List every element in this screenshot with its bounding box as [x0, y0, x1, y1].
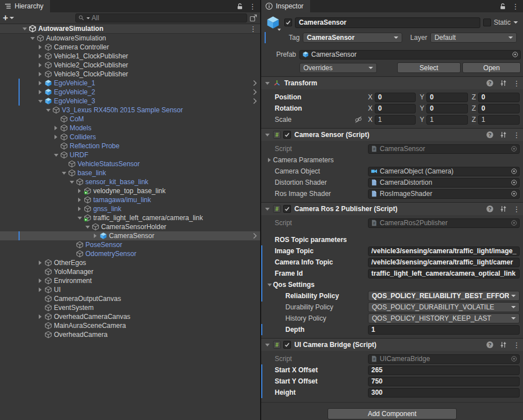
- prefab-open-chevron-icon[interactable]: [253, 232, 257, 239]
- hierarchy-item-colliders[interactable]: Colliders: [0, 133, 260, 141]
- kebab-menu-icon[interactable]: ⋮: [249, 25, 257, 33]
- script-object-field[interactable]: CameraSensor: [368, 144, 520, 154]
- lock-icon[interactable]: [499, 2, 507, 10]
- foldout-arrow[interactable]: [76, 207, 83, 211]
- camera-info-topic-field[interactable]: /vehicle3/sensing/camera/traffic_light/c…: [368, 258, 520, 267]
- hierarchy-item-velodyne-top-base-link[interactable]: velodyne_top_base_link: [0, 186, 260, 195]
- prefab-open-chevron-icon[interactable]: [253, 89, 257, 95]
- hierarchy-item-base-link[interactable]: base_link: [0, 168, 260, 177]
- foldout-arrow[interactable]: [44, 109, 52, 112]
- object-picker-icon[interactable]: [511, 220, 517, 226]
- object-picker-icon[interactable]: [511, 355, 517, 362]
- hierarchy-item-mainaurascenecamera[interactable]: MainAuraSceneCamera: [0, 321, 260, 330]
- hierarchy-item-camerasensorholder[interactable]: CameraSensorHolder: [0, 222, 260, 231]
- hierarchy-item-otheregos[interactable]: OtherEgos: [0, 258, 260, 267]
- select-button[interactable]: Select: [397, 62, 461, 73]
- component-enabled-checkbox[interactable]: [283, 131, 291, 139]
- foldout-arrow[interactable]: [264, 82, 271, 85]
- script-object-field[interactable]: UICameraBridge: [368, 354, 520, 364]
- hierarchy-item-camera-controller[interactable]: Camera Controller: [0, 43, 260, 52]
- presets-icon[interactable]: [499, 131, 507, 139]
- foldout-arrow[interactable]: [84, 226, 91, 229]
- kebab-menu-icon[interactable]: ⋮: [513, 131, 520, 139]
- foldout-arrow[interactable]: [37, 54, 44, 58]
- foldout-arrow[interactable]: [76, 189, 83, 193]
- foldout-arrow[interactable]: [76, 198, 83, 202]
- foldout-arrow[interactable]: [37, 63, 44, 67]
- position-x-field[interactable]: 0: [375, 93, 416, 102]
- foldout-arrow[interactable]: [264, 208, 271, 211]
- distortion-shader-field[interactable]: CameraDistortion: [368, 178, 520, 188]
- component-enabled-checkbox[interactable]: [283, 205, 291, 213]
- depth-field[interactable]: 1: [368, 325, 520, 335]
- foldout-arrow[interactable]: [37, 81, 44, 85]
- hierarchy-item-ui[interactable]: UI: [0, 285, 260, 294]
- camera-parameters-foldout[interactable]: Camera Parameters: [261, 154, 523, 166]
- hierarchy-item-environment[interactable]: Environment: [0, 276, 260, 285]
- qos-settings-foldout[interactable]: Qos Settings: [261, 279, 523, 290]
- hierarchy-item-sensor-kit-base-link[interactable]: sensor_kit_base_link: [0, 177, 260, 186]
- prefab-object-field[interactable]: CameraSensor: [299, 50, 521, 60]
- hierarchy-item-egovehicle-2[interactable]: EgoVehicle_2: [0, 88, 260, 97]
- hierarchy-item-traffic-light-left-camera-camera-link[interactable]: traffic_light_left_camera/camera_link: [0, 213, 260, 222]
- gameobject-icon[interactable]: [265, 15, 281, 30]
- tag-dropdown[interactable]: CameraSensor: [303, 33, 402, 43]
- foldout-arrow[interactable]: [52, 135, 60, 139]
- kebab-menu-icon[interactable]: ⋮: [249, 3, 256, 10]
- object-picker-icon[interactable]: [512, 51, 519, 58]
- object-picker-icon[interactable]: [511, 145, 517, 152]
- hierarchy-item-vehiclestatussensor[interactable]: VehicleStatusSensor: [0, 159, 260, 168]
- popout-window-icon[interactable]: [249, 14, 257, 22]
- add-component-button[interactable]: Add Component: [328, 408, 457, 419]
- foldout-arrow[interactable]: [37, 90, 44, 94]
- height-field[interactable]: 300: [368, 388, 520, 398]
- hierarchy-item-egovehicle-3[interactable]: EgoVehicle_3: [0, 97, 260, 106]
- hierarchy-item-urdf[interactable]: URDF: [0, 150, 260, 159]
- hierarchy-item-odometrysensor[interactable]: OdometrySensor: [0, 249, 260, 258]
- ros-image-shader-field[interactable]: RosImageShader: [368, 189, 520, 199]
- hierarchy-item-egovehicle-1[interactable]: EgoVehicle_1: [0, 79, 260, 88]
- presets-icon[interactable]: [499, 79, 507, 87]
- help-icon[interactable]: [486, 341, 494, 349]
- hierarchy-item-camerasensor[interactable]: CameraSensor: [0, 231, 260, 240]
- rotation-y-field[interactable]: 0: [426, 104, 467, 113]
- foldout-arrow[interactable]: [60, 172, 67, 175]
- prefab-open-chevron-icon[interactable]: [253, 80, 257, 86]
- active-checkbox[interactable]: [284, 19, 292, 26]
- foldout-arrow[interactable]: [21, 28, 28, 30]
- hierarchy-item-vehicle2-clockpublisher[interactable]: Vehicle2_ClockPublisher: [0, 61, 260, 70]
- foldout-arrow[interactable]: [37, 314, 44, 319]
- foldout-arrow[interactable]: [52, 126, 60, 130]
- start-x-offset-field[interactable]: 265: [368, 366, 520, 375]
- hierarchy-item-overheadcameracanvas[interactable]: OverheadCameraCanvas: [0, 312, 260, 321]
- hierarchy-item-models[interactable]: Models: [0, 124, 260, 133]
- gameobject-name-field[interactable]: CameraSensor: [295, 17, 480, 28]
- hierarchy-item-v3-lexus-rx450h-2015-sample-sensor[interactable]: V3_Lexus RX450h 2015 Sample Sensor: [0, 106, 260, 115]
- foldout-arrow[interactable]: [52, 154, 60, 157]
- tab-hierarchy[interactable]: Hierarchy: [0, 0, 50, 12]
- hierarchy-item-posesensor[interactable]: PoseSensor: [0, 240, 260, 249]
- hierarchy-item-cameraoutputcanvas[interactable]: CameraOutputCanvas: [0, 294, 260, 303]
- layer-dropdown[interactable]: Default: [430, 33, 517, 43]
- presets-icon[interactable]: [499, 341, 507, 349]
- hierarchy-item-autowaresimulation[interactable]: AutowareSimulation⋮: [0, 24, 260, 34]
- kebab-menu-icon[interactable]: ⋮: [513, 80, 520, 87]
- camera-sensor-header[interactable]: Camera Sensor (Script) ⋮: [261, 129, 523, 141]
- lock-icon[interactable]: [236, 2, 244, 10]
- scale-x-field[interactable]: 1: [375, 115, 416, 125]
- kebab-menu-icon[interactable]: ⋮: [513, 341, 520, 349]
- foldout-arrow[interactable]: [37, 45, 44, 49]
- scale-y-field[interactable]: 1: [426, 115, 467, 125]
- foldout-arrow[interactable]: [68, 181, 75, 184]
- frame-id-field[interactable]: traffic_light_left_camera/camera_optical…: [368, 269, 520, 279]
- reliability-policy-dropdown[interactable]: QOS_POLICY_RELIABILITY_BEST_EFFORT: [368, 291, 520, 301]
- hierarchy-item-vehicle3-clockpublisher[interactable]: Vehicle3_ClockPublisher: [0, 70, 260, 79]
- static-flags-caret-icon[interactable]: [513, 21, 518, 24]
- start-y-offset-field[interactable]: 750: [368, 377, 520, 386]
- foldout-arrow[interactable]: [37, 100, 44, 103]
- hierarchy-item-autowaresimulation[interactable]: AutowareSimulation: [0, 34, 260, 43]
- foldout-arrow[interactable]: [37, 287, 44, 292]
- object-picker-icon[interactable]: [511, 190, 517, 197]
- help-icon[interactable]: [486, 205, 494, 213]
- hierarchy-item-eventsystem[interactable]: EventSystem: [0, 303, 260, 312]
